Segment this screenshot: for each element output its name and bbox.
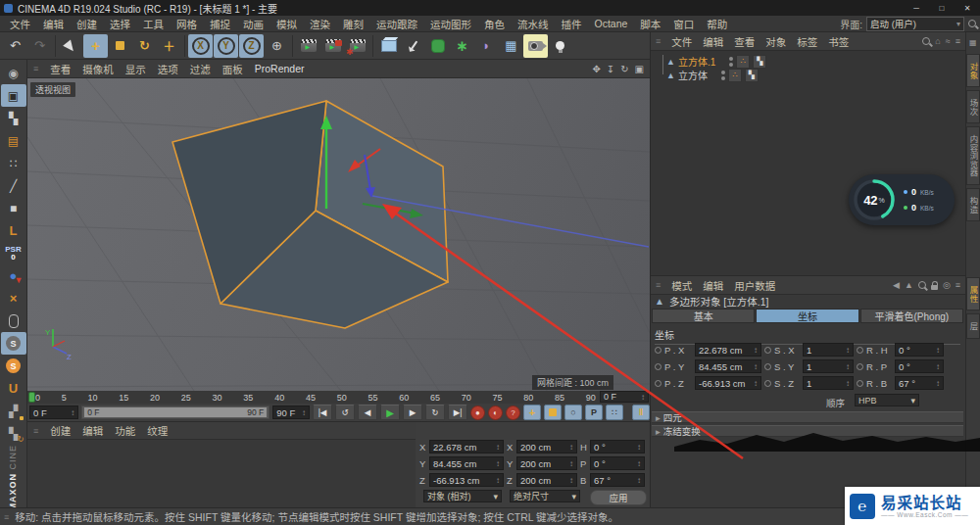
vp-menu-view[interactable]: 查看 xyxy=(50,62,71,76)
menu-edit[interactable]: 编辑 xyxy=(43,17,64,31)
environment-button[interactable]: ▦ xyxy=(499,34,523,58)
perspective-viewport[interactable] xyxy=(27,78,650,391)
play-backwards-button[interactable]: ↺ xyxy=(335,405,355,420)
interaction-tool-button[interactable] xyxy=(1,310,26,332)
rot-b-field[interactable]: 67 °↕ xyxy=(590,473,645,487)
lock-icon[interactable] xyxy=(931,285,938,290)
om-menu-bookmarks[interactable]: 书签 xyxy=(828,34,849,49)
rot-h-field[interactable]: 0 °↕ xyxy=(590,440,645,453)
keyframe-dot[interactable] xyxy=(857,380,863,387)
view-label[interactable]: 透视视图 xyxy=(30,82,75,97)
keyframe-dot[interactable] xyxy=(857,347,863,354)
panel-handle-icon[interactable]: ≡ xyxy=(33,64,38,73)
keyframe-dot[interactable] xyxy=(857,363,863,370)
last-used-tool[interactable]: ＋ xyxy=(157,34,181,58)
goto-start-button[interactable]: |◀ xyxy=(313,405,332,420)
key-position-toggle[interactable]: + xyxy=(523,405,541,420)
key-scale-toggle[interactable] xyxy=(544,405,562,420)
side-tab-layers[interactable]: 层 xyxy=(966,313,980,339)
sz-field[interactable]: 1↕ xyxy=(803,376,854,390)
layout-grid-icon[interactable]: ▦ xyxy=(969,38,977,47)
menu-render[interactable]: 渲染 xyxy=(310,17,330,31)
tab-coordinates[interactable]: 坐标 xyxy=(756,309,858,323)
visibility-dots[interactable] xyxy=(721,71,725,80)
keyframe-dot[interactable] xyxy=(655,347,662,354)
coords-mode-dropdown[interactable]: 对象 (相对)▾ xyxy=(423,490,502,502)
model-mode-button[interactable]: ▣ xyxy=(1,84,26,107)
side-tab-attributes[interactable]: 属性 xyxy=(966,277,980,310)
render-region-button[interactable] xyxy=(320,34,345,58)
light-button[interactable] xyxy=(548,34,572,58)
search-icon[interactable] xyxy=(922,37,930,45)
key-rotation-toggle[interactable]: ○ xyxy=(564,405,582,420)
viewport-solo-on-button[interactable]: S xyxy=(1,355,26,377)
texture-tag[interactable]: ▚ xyxy=(745,69,759,82)
workplane-align-button[interactable]: ▚↻ xyxy=(1,422,26,445)
spline-pen-button[interactable] xyxy=(401,34,425,58)
minimize-button[interactable]: ─ xyxy=(904,0,929,16)
panel-handle-icon[interactable]: ≡ xyxy=(33,426,38,436)
performance-gauge-widget[interactable]: 42% 0KB/s 0KB/s xyxy=(849,174,955,225)
menu-window[interactable]: 窗口 xyxy=(673,17,694,31)
rh-field[interactable]: 0 °↕ xyxy=(895,343,944,357)
object-name[interactable]: 立方体 xyxy=(678,68,708,82)
object-name[interactable]: 立方体.1 xyxy=(678,54,715,69)
menu-animate[interactable]: 动画 xyxy=(243,17,264,31)
keyframe-dot[interactable] xyxy=(655,380,662,387)
rotate-view-icon[interactable]: ↻ xyxy=(620,64,628,74)
om-menu-tags[interactable]: 标签 xyxy=(797,34,817,49)
key-pla-toggle[interactable]: ∷ xyxy=(606,405,623,420)
maximize-button[interactable]: □ xyxy=(929,0,955,16)
mat-menu-create[interactable]: 创建 xyxy=(50,423,71,438)
up-arrow-icon[interactable]: ▲ xyxy=(905,280,913,290)
current-frame-field[interactable]: 0 F↕ xyxy=(600,391,649,403)
size-y-field[interactable]: 200 cm↕ xyxy=(516,456,577,470)
texture-tag[interactable]: ▚ xyxy=(753,55,766,69)
menu-icon[interactable]: ≡ xyxy=(956,36,960,46)
menu-create[interactable]: 创建 xyxy=(76,17,97,31)
am-menu-mode[interactable]: 模式 xyxy=(671,278,692,293)
am-menu-userdata[interactable]: 用户数据 xyxy=(734,278,775,293)
timeline-playhead[interactable] xyxy=(28,392,35,403)
menu-octane[interactable]: Octane xyxy=(595,18,628,29)
back-arrow-icon[interactable]: ◀ xyxy=(893,280,900,290)
add-cube-button[interactable] xyxy=(376,34,401,58)
close-button[interactable]: ✕ xyxy=(955,0,980,16)
move-tool[interactable]: + xyxy=(83,34,108,58)
psr-reset-button[interactable]: PSR0 xyxy=(1,242,26,264)
om-menu-edit[interactable]: 编辑 xyxy=(703,34,723,49)
panel-handle-icon[interactable]: ≡ xyxy=(656,36,661,46)
coordinate-system-toggle[interactable]: ⊕ xyxy=(265,34,289,58)
phong-tag[interactable]: ∴ xyxy=(728,69,742,82)
toggle-view-icon[interactable]: ▣ xyxy=(635,64,644,74)
play-forwards-button[interactable]: ▶ xyxy=(380,405,400,420)
side-tab-takes[interactable]: 场次 xyxy=(966,90,980,123)
menu-mograph[interactable]: 运动图形 xyxy=(430,17,471,31)
tab-phong[interactable]: 平滑着色(Phong) xyxy=(860,309,963,323)
autokey-button[interactable]: ◐ xyxy=(488,406,503,420)
sx-field[interactable]: 1↕ xyxy=(803,343,854,357)
deformer-button[interactable]: ◗ xyxy=(474,34,499,58)
menu-tools[interactable]: 工具 xyxy=(143,17,164,31)
group-quaternion[interactable]: ▸四元 xyxy=(652,411,963,423)
render-settings-button[interactable]: ✱ xyxy=(345,34,369,58)
target-icon[interactable]: ◎ xyxy=(943,280,951,290)
side-tab-structure[interactable]: 构造 xyxy=(966,188,980,221)
previous-frame-button[interactable]: ◀ xyxy=(358,405,377,420)
menu-plugins[interactable]: 插件 xyxy=(562,17,582,31)
live-selection-tool[interactable] xyxy=(59,34,83,58)
py-field[interactable]: 84.455 cm↕ xyxy=(695,359,761,373)
redo-button[interactable]: ↷ xyxy=(27,34,52,58)
magnet-snap-button[interactable]: U xyxy=(1,377,26,400)
rotate-tool[interactable]: ↻ xyxy=(132,34,157,58)
mat-menu-function[interactable]: 功能 xyxy=(115,423,135,438)
object-row-cube[interactable]: ▲ 立方体 ∴ ▚ xyxy=(659,69,759,81)
menu-file[interactable]: 文件 xyxy=(10,17,30,31)
y-axis-lock[interactable]: Y xyxy=(214,34,238,58)
camera-button[interactable] xyxy=(523,34,548,58)
search-icon[interactable] xyxy=(968,20,976,27)
vp-menu-display[interactable]: 显示 xyxy=(125,62,146,76)
menu-sculpt[interactable]: 雕刻 xyxy=(343,17,364,31)
rb-field[interactable]: 67 °↕ xyxy=(895,376,944,390)
keyframe-dot[interactable] xyxy=(764,380,771,387)
